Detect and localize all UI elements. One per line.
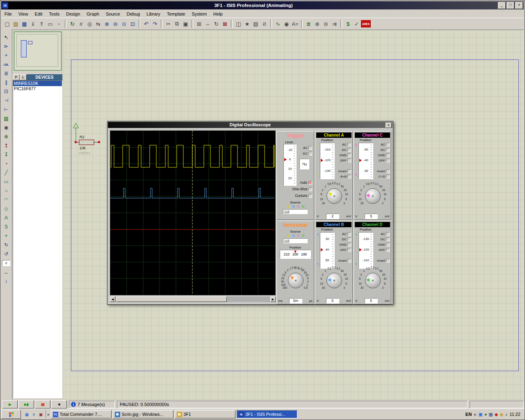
quick-launch-desktop[interactable]: ▦ — [24, 411, 30, 418]
2d-path-mode-button[interactable]: ◇ — [2, 204, 11, 213]
import-section-button[interactable]: ⇓ — [29, 20, 37, 28]
dc-button[interactable]: DC — [373, 237, 390, 242]
dc-button[interactable]: DC — [373, 147, 390, 153]
ac-button[interactable]: AC — [298, 145, 312, 151]
play-button[interactable]: ▶ — [2, 400, 18, 409]
step-button[interactable]: ▶▮ — [18, 400, 34, 409]
quick-launch-overflow[interactable]: » — [47, 412, 50, 417]
scroll-left-arrow[interactable]: ◀ — [110, 297, 115, 302]
menu-file[interactable]: File — [1, 11, 15, 17]
position-arrows[interactable]: ▲▼ — [354, 233, 358, 265]
copy-button[interactable]: ⧉ — [173, 20, 181, 28]
rotate-clockwise-button[interactable]: ↻ — [2, 240, 11, 249]
taskbar-window-button[interactable]: ▣Scrin.jpg - Windows... — [113, 410, 173, 418]
pan-button[interactable]: ⇆ — [94, 20, 103, 28]
new-sheet-button[interactable]: ⊕ — [313, 20, 322, 28]
menu-help[interactable]: Help — [210, 11, 226, 17]
tray-volume-icon[interactable]: ♪ — [505, 412, 508, 417]
gain-knob[interactable] — [326, 273, 342, 288]
source-slider[interactable] — [283, 209, 308, 214]
auto-button[interactable]: Auto — [278, 179, 312, 186]
undo-button[interactable]: ↶ — [142, 20, 151, 28]
block-rotate-button[interactable]: ↻ — [212, 20, 221, 28]
property-assignment-button[interactable]: A= — [291, 20, 299, 28]
rotation-angle-button[interactable]: 0 — [2, 260, 10, 266]
cursors-button[interactable]: Cursors — [278, 192, 312, 199]
voltage-probe-mode-button[interactable]: ↥ — [2, 141, 11, 150]
bill-of-materials-button[interactable]: $ — [344, 20, 352, 28]
device-item[interactable]: MINRES10K — [13, 81, 62, 86]
gnd-button[interactable]: GND — [373, 242, 390, 247]
zoom-out-button[interactable]: ⊖ — [111, 20, 120, 28]
subcircuit-mode-button[interactable]: ⊡ — [2, 87, 11, 96]
pick-devices-button[interactable]: P — [13, 74, 20, 80]
menu-design[interactable]: Design — [63, 11, 83, 17]
taskbar-window-button[interactable]: ▨3F1 — [175, 410, 235, 418]
ac-button[interactable]: AC — [373, 231, 390, 237]
position-slider[interactable]: -110-120-130 — [320, 143, 335, 179]
slider-thumb[interactable] — [284, 210, 289, 213]
junction-dot-mode-button[interactable]: + — [2, 51, 11, 60]
print-button[interactable]: ▭ — [46, 20, 55, 28]
goto-sheet-button[interactable]: ⇉ — [330, 20, 339, 28]
search-tag-button[interactable]: ◉ — [282, 20, 291, 28]
menu-view[interactable]: View — [15, 11, 32, 17]
horizontal-position-dial[interactable]: 210200190 — [280, 250, 311, 259]
language-indicator[interactable]: EN — [466, 412, 472, 417]
source-channel-letters[interactable]: ABCD — [288, 234, 304, 237]
redraw-button[interactable]: ↻ — [68, 20, 77, 28]
text-script-mode-button[interactable]: ≣ — [2, 69, 11, 78]
component-mode-button[interactable]: ⊳ — [2, 42, 11, 51]
menu-tools[interactable]: Tools — [46, 11, 63, 17]
start-button[interactable] — [1, 410, 21, 419]
2d-text-mode-button[interactable]: A — [2, 213, 11, 222]
tray-update-icon[interactable]: ◉ — [500, 412, 504, 417]
pick-parts-button[interactable]: ◫ — [234, 20, 243, 28]
buses-mode-button[interactable]: ∥ — [2, 78, 11, 87]
oscilloscope-window[interactable]: Digital Oscilloscope × ◀ ▶ TriggerLevel-… — [107, 121, 393, 305]
block-move-button[interactable]: ⇔ — [203, 20, 212, 28]
off-button[interactable]: OFF — [335, 158, 351, 163]
quick-launch-commander[interactable]: ▣ — [38, 411, 44, 418]
wire-label-mode-button[interactable]: LBL — [2, 60, 11, 69]
invert-button[interactable]: Invert — [373, 169, 390, 174]
ac-button[interactable]: AC — [373, 142, 390, 147]
selection-mode-button[interactable]: ↖ — [2, 33, 11, 42]
gain-knob[interactable] — [326, 188, 342, 204]
new-file-button[interactable]: ▢ — [3, 20, 11, 28]
device-item[interactable]: PIC16F877 — [13, 86, 62, 91]
menu-source[interactable]: Source — [103, 11, 123, 17]
one-shot-button[interactable]: One-Shot — [278, 186, 312, 192]
graph-mode-button[interactable]: ▧ — [2, 114, 11, 123]
taskbar-window-button[interactable]: TCTotal Commander 7.... — [51, 410, 112, 418]
timebase-knob[interactable] — [288, 273, 304, 288]
tray-alert-icon[interactable]: ◆ — [495, 412, 498, 417]
2d-box-mode-button[interactable]: ▭ — [2, 177, 11, 186]
maximize-button[interactable]: □ — [507, 2, 514, 9]
off-button[interactable]: OFF — [373, 158, 390, 163]
x-mirror-button[interactable]: ↔ — [2, 268, 11, 277]
off-button[interactable]: OFF — [373, 247, 390, 253]
mark-output-area-button[interactable]: ▫ — [55, 20, 63, 28]
position-arrows[interactable]: ▲▼ — [316, 143, 320, 176]
scope-horizontal-scrollbar[interactable]: ◀ ▶ — [110, 297, 276, 302]
decompose-button[interactable]: ⧄ — [260, 20, 269, 28]
block-delete-button[interactable]: ⊠ — [221, 20, 229, 28]
zoom-all-button[interactable]: ⊙ — [120, 20, 128, 28]
2d-marker-mode-button[interactable]: + — [2, 231, 11, 240]
invert-button[interactable]: Invert — [335, 169, 351, 174]
position-arrows[interactable]: ▲▼ — [316, 233, 320, 265]
y-mirror-button[interactable]: ↕ — [2, 277, 11, 286]
generator-mode-button[interactable]: ⊛ — [2, 132, 11, 141]
packaging-tool-button[interactable]: ▤ — [251, 20, 260, 28]
gnd-button[interactable]: GND — [373, 153, 390, 158]
block-copy-button[interactable]: ⊞ — [195, 20, 203, 28]
rotate-anticlockwise-button[interactable]: ↺ — [2, 249, 11, 258]
source-channel-letters[interactable]: ABCD — [288, 205, 304, 208]
close-button[interactable]: × — [515, 2, 523, 9]
ac-button[interactable]: AC — [335, 231, 351, 237]
stop-button[interactable]: ■ — [51, 400, 67, 409]
resistor-body[interactable] — [79, 140, 94, 145]
paste-button[interactable]: ▣ — [181, 20, 190, 28]
current-probe-mode-button[interactable]: ↧ — [2, 150, 11, 159]
